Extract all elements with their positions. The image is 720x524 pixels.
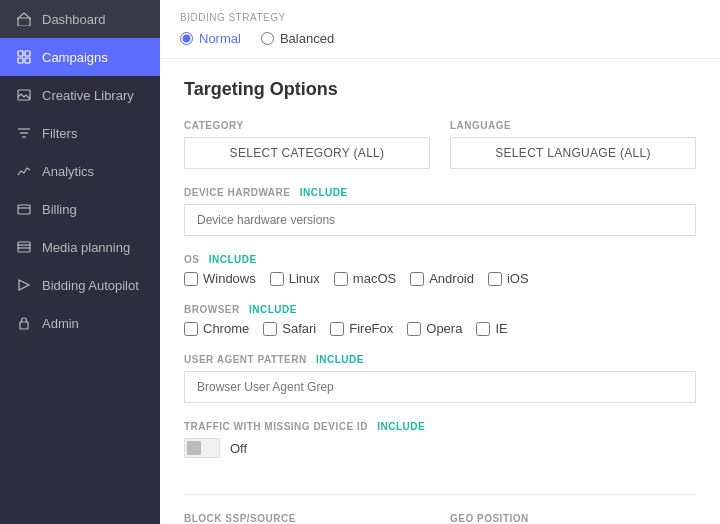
svg-rect-2 (25, 51, 30, 56)
sidebar-label-autopilot: Bidding Autopilot (42, 278, 139, 293)
traffic-missing-group: TRAFFIC WITH MISSING DEVICE ID INCLUDE O… (184, 421, 696, 476)
device-hardware-group: DEVICE HARDWARE INCLUDE (184, 187, 696, 236)
svg-marker-14 (19, 280, 29, 290)
browser-firefox[interactable]: FireFox (330, 321, 393, 336)
os-label: OS INCLUDE (184, 254, 696, 265)
browser-opera-checkbox[interactable] (407, 322, 421, 336)
browser-ie-checkbox[interactable] (476, 322, 490, 336)
os-macos-checkbox[interactable] (334, 272, 348, 286)
ssp-label: BLOCK SSP/SOURCE (184, 513, 430, 524)
language-group: LANGUAGE SELECT LANGUAGE (ALL) (450, 120, 696, 169)
sidebar-item-creative[interactable]: Creative Library (0, 76, 160, 114)
filters-icon (16, 125, 32, 141)
sidebar-label-filters: Filters (42, 126, 77, 141)
browser-firefox-checkbox[interactable] (330, 322, 344, 336)
browser-include: INCLUDE (249, 304, 297, 315)
browser-ie[interactable]: IE (476, 321, 507, 336)
toggle-knob (187, 441, 201, 455)
sidebar-label-campaigns: Campaigns (42, 50, 108, 65)
targeting-title: Targeting Options (184, 79, 696, 100)
browser-chrome[interactable]: Chrome (184, 321, 249, 336)
os-linux-checkbox[interactable] (270, 272, 284, 286)
traffic-toggle-label: Off (230, 441, 247, 456)
language-label: LANGUAGE (450, 120, 696, 131)
category-label: CATEGORY (184, 120, 430, 131)
media-icon (16, 239, 32, 255)
targeting-content: Targeting Options CATEGORY SELECT CATEGO… (160, 59, 720, 524)
os-ios[interactable]: iOS (488, 271, 529, 286)
traffic-missing-label: TRAFFIC WITH MISSING DEVICE ID INCLUDE (184, 421, 696, 432)
os-checkboxes: Windows Linux macOS Android iOS (184, 271, 696, 286)
bidding-strategy-label: BIDDING STRATEGY (180, 12, 700, 23)
os-linux[interactable]: Linux (270, 271, 320, 286)
autopilot-icon (16, 277, 32, 293)
device-hardware-input[interactable] (184, 204, 696, 236)
os-windows[interactable]: Windows (184, 271, 256, 286)
radio-normal[interactable]: Normal (180, 31, 241, 46)
radio-balanced[interactable]: Balanced (261, 31, 334, 46)
device-hardware-label: DEVICE HARDWARE INCLUDE (184, 187, 696, 198)
browser-opera[interactable]: Opera (407, 321, 462, 336)
traffic-missing-include: INCLUDE (377, 421, 425, 432)
os-group: OS INCLUDE Windows Linux macOS Android i… (184, 254, 696, 286)
sidebar-item-billing[interactable]: Billing (0, 190, 160, 228)
sidebar-label-analytics: Analytics (42, 164, 94, 179)
category-language-row: CATEGORY SELECT CATEGORY (ALL) LANGUAGE … (184, 120, 696, 169)
sidebar-label-billing: Billing (42, 202, 77, 217)
user-agent-label: USER AGENT PATTERN INCLUDE (184, 354, 696, 365)
svg-rect-4 (25, 58, 30, 63)
os-android[interactable]: Android (410, 271, 474, 286)
traffic-toggle[interactable] (184, 438, 220, 458)
sidebar-label-creative: Creative Library (42, 88, 134, 103)
sidebar-item-campaigns[interactable]: Campaigns (0, 38, 160, 76)
sidebar-item-admin[interactable]: Admin (0, 304, 160, 342)
radio-normal-input[interactable] (180, 32, 193, 45)
sidebar-label-admin: Admin (42, 316, 79, 331)
home-icon (16, 11, 32, 27)
svg-rect-9 (18, 205, 30, 214)
sidebar-item-analytics[interactable]: Analytics (0, 152, 160, 190)
geo-label: GEO POSITION (450, 513, 696, 524)
select-category-button[interactable]: SELECT CATEGORY (ALL) (184, 137, 430, 169)
browser-safari[interactable]: Safari (263, 321, 316, 336)
os-ios-checkbox[interactable] (488, 272, 502, 286)
browser-checkboxes: Chrome Safari FireFox Opera IE (184, 321, 696, 336)
browser-chrome-checkbox[interactable] (184, 322, 198, 336)
user-agent-group: USER AGENT PATTERN INCLUDE (184, 354, 696, 403)
select-language-button[interactable]: SELECT LANGUAGE (ALL) (450, 137, 696, 169)
sidebar-item-dashboard[interactable]: Dashboard (0, 0, 160, 38)
sidebar-item-autopilot[interactable]: Bidding Autopilot (0, 266, 160, 304)
campaigns-icon (16, 49, 32, 65)
radio-balanced-input[interactable] (261, 32, 274, 45)
svg-rect-0 (18, 18, 30, 26)
browser-safari-checkbox[interactable] (263, 322, 277, 336)
geo-group: GEO POSITION SELECT GEO POSITION (ALL) (450, 513, 696, 524)
divider (184, 494, 696, 495)
os-macos[interactable]: macOS (334, 271, 396, 286)
os-windows-checkbox[interactable] (184, 272, 198, 286)
os-include: INCLUDE (209, 254, 257, 265)
sidebar-label-media: Media planning (42, 240, 130, 255)
main-content: BIDDING STRATEGY Normal Balanced Targeti… (160, 0, 720, 524)
svg-rect-3 (18, 58, 23, 63)
billing-icon (16, 201, 32, 217)
user-agent-input[interactable] (184, 371, 696, 403)
admin-icon (16, 315, 32, 331)
sidebar-item-media[interactable]: Media planning (0, 228, 160, 266)
sidebar: Dashboard Campaigns Creative Library (0, 0, 160, 524)
browser-group: BROWSER INCLUDE Chrome Safari FireFox Op… (184, 304, 696, 336)
traffic-toggle-container: Off (184, 438, 696, 458)
browser-label: BROWSER INCLUDE (184, 304, 696, 315)
os-android-checkbox[interactable] (410, 272, 424, 286)
ssp-geo-row: BLOCK SSP/SOURCE SELECT SSP (ALL) GEO PO… (184, 513, 696, 524)
svg-rect-1 (18, 51, 23, 56)
radio-balanced-label: Balanced (280, 31, 334, 46)
creative-icon (16, 87, 32, 103)
svg-rect-11 (18, 242, 30, 252)
user-agent-include: INCLUDE (316, 354, 364, 365)
sidebar-item-filters[interactable]: Filters (0, 114, 160, 152)
svg-rect-15 (20, 322, 28, 329)
analytics-icon (16, 163, 32, 179)
category-group: CATEGORY SELECT CATEGORY (ALL) (184, 120, 430, 169)
ssp-group: BLOCK SSP/SOURCE SELECT SSP (ALL) (184, 513, 430, 524)
